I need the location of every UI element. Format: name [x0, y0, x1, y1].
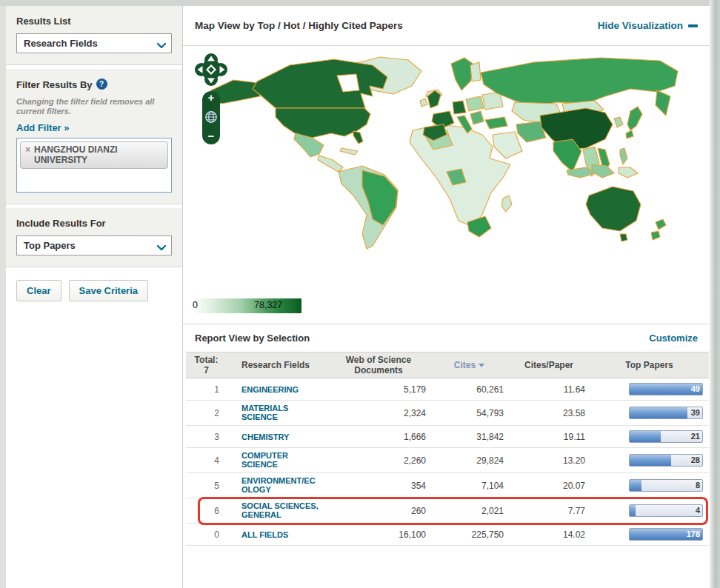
add-filter-link[interactable]: Add Filter » [16, 122, 172, 133]
criteria-buttons: Clear Save Criteria [6, 271, 182, 310]
results-list-section: Results List Research Fields [6, 6, 182, 65]
rank-cell: 3 [186, 432, 227, 442]
docs-cell: 260 [327, 506, 430, 516]
save-criteria-button[interactable]: Save Criteria [69, 280, 149, 301]
top-papers-bar-fill [630, 480, 641, 491]
top-papers-value: 49 [691, 384, 700, 393]
choropleth-legend: 0 78,327 [190, 298, 301, 313]
main-content: Map View by Top / Hot / Highly Cited Pap… [182, 6, 710, 588]
top-papers-value: 4 [696, 506, 700, 515]
map-visualization: + − 0 78,327 [183, 46, 710, 324]
table-body: 1 ENGINEERING 5,179 60,261 11.64 49 2 MA… [186, 378, 709, 546]
table-row: 3 CHEMISTRY 1,666 31,842 19.11 21 [186, 426, 709, 448]
map-zoom-control[interactable]: + − [202, 91, 220, 144]
legend-min-value: 0 [193, 300, 198, 310]
sort-desc-icon [479, 364, 484, 367]
results-list-dropdown-value: Research Fields [24, 38, 98, 49]
top-papers-bar-fill [630, 407, 687, 418]
help-icon[interactable]: ? [96, 78, 107, 90]
top-papers-bar-fill [630, 505, 636, 516]
chevron-down-icon [157, 242, 166, 253]
rank-cell: 6 [186, 506, 227, 516]
total-header: Total: 7 [186, 355, 227, 375]
table-row: 2 MATERIALS SCIENCE 2,324 54,793 23.58 3… [186, 401, 709, 426]
field-link[interactable]: ENVIRONMENT/ECOLOGY [241, 476, 319, 494]
top-papers-bar: 21 [629, 430, 703, 443]
table-row: 0 ALL FIELDS 16,100 225,750 14.02 178 [186, 524, 709, 546]
docs-cell: 16,100 [327, 529, 430, 540]
field-link[interactable]: ALL FIELDS [241, 530, 288, 539]
results-list-label: Results List [16, 16, 172, 27]
page-edge-left [0, 6, 6, 588]
cites-cell: 54,793 [430, 408, 508, 418]
legend-max-value: 78,327 [254, 300, 282, 310]
docs-cell: 1,666 [327, 432, 430, 442]
cites-cell: 225,750 [430, 529, 508, 540]
top-papers-bar: 4 [629, 504, 703, 517]
rank-cell: 0 [186, 529, 227, 540]
esi-page: Results List Research Fields Filter Resu… [0, 0, 720, 588]
map-header: Map View by Top / Hot / Highly Cited Pap… [183, 6, 710, 46]
top-papers-value: 21 [691, 432, 700, 441]
include-results-dropdown[interactable]: Top Papers [16, 235, 172, 255]
top-papers-value: 178 [687, 529, 700, 538]
top-papers-value: 28 [691, 455, 700, 464]
table-row: 1 ENGINEERING 5,179 60,261 11.64 49 [186, 378, 709, 401]
cites-per-paper-cell: 23.58 [508, 408, 590, 418]
docs-cell: 2,260 [327, 455, 430, 466]
cites-cell: 29,824 [430, 455, 508, 466]
results-list-dropdown[interactable]: Research Fields [16, 33, 172, 53]
field-link[interactable]: MATERIALS SCIENCE [241, 404, 319, 421]
filter-sidebar: Results List Research Fields Filter Resu… [6, 6, 182, 588]
rank-cell: 2 [186, 408, 227, 418]
cites-per-paper-cell: 13.20 [508, 455, 590, 466]
cites-per-paper-cell: 20.07 [508, 481, 590, 491]
clear-button[interactable]: Clear [16, 280, 61, 301]
report-table: Total: 7 Research Fields Web of Science … [186, 352, 709, 546]
table-row: 5 ENVIRONMENT/ECOLOGY 354 7,104 20.07 8 [186, 473, 709, 498]
cites-cell: 31,842 [430, 432, 508, 442]
top-papers-bar: 39 [629, 407, 703, 419]
filter-note: Changing the filter field removes all cu… [16, 97, 172, 116]
page-edge-top [0, 0, 720, 6]
globe-icon[interactable] [204, 110, 218, 124]
cites-cell: 60,261 [430, 384, 508, 395]
table-row: 6 SOCIAL SCIENCES, GENERAL 260 2,021 7.7… [186, 498, 709, 524]
top-papers-bar: 49 [629, 383, 703, 395]
zoom-in-icon[interactable]: + [208, 93, 215, 103]
docs-cell: 2,324 [327, 408, 430, 418]
rank-cell: 1 [186, 384, 227, 395]
cites-sort-header[interactable]: Cites [430, 360, 508, 370]
remove-filter-icon[interactable]: × [25, 144, 30, 165]
world-choropleth-map[interactable] [186, 47, 709, 299]
top-papers-header: Top Papers [590, 360, 709, 370]
chevron-down-icon [157, 40, 166, 51]
top-papers-bar-fill [630, 455, 671, 466]
top-papers-bar-fill [630, 431, 661, 442]
map-pan-control[interactable] [195, 53, 227, 86]
table-row: 4 COMPUTER SCIENCE 2,260 29,824 13.20 28 [186, 448, 709, 473]
cites-per-paper-cell: 19.11 [508, 432, 590, 442]
top-papers-bar: 8 [629, 479, 703, 492]
filter-results-label: Filter Results By? [16, 78, 172, 90]
report-view-title: Report View by Selection [195, 333, 310, 344]
field-link[interactable]: ENGINEERING [241, 385, 299, 394]
field-link[interactable]: SOCIAL SCIENCES, GENERAL [241, 501, 319, 519]
cites-cell: 7,104 [430, 481, 508, 491]
include-results-label: Include Results For [16, 218, 172, 229]
docs-cell: 5,179 [327, 384, 430, 395]
top-papers-bar: 28 [629, 454, 703, 467]
rank-cell: 4 [186, 455, 227, 466]
filter-chip-label: HANGZHOU DIANZI UNIVERSITY [34, 144, 145, 165]
filter-chip[interactable]: × HANGZHOU DIANZI UNIVERSITY [20, 141, 168, 169]
table-header-row: Total: 7 Research Fields Web of Science … [186, 352, 709, 378]
field-link[interactable]: CHEMISTRY [241, 432, 289, 441]
field-link[interactable]: COMPUTER SCIENCE [241, 451, 319, 469]
hide-visualization-link[interactable]: Hide Visualization [598, 20, 698, 31]
top-papers-bar: 178 [629, 528, 703, 541]
cites-cell: 2,021 [430, 506, 508, 516]
zoom-out-icon[interactable]: − [208, 131, 215, 141]
include-results-section: Include Results For Top Papers [6, 208, 182, 267]
customize-link[interactable]: Customize [649, 333, 698, 344]
rank-cell: 5 [186, 481, 227, 491]
